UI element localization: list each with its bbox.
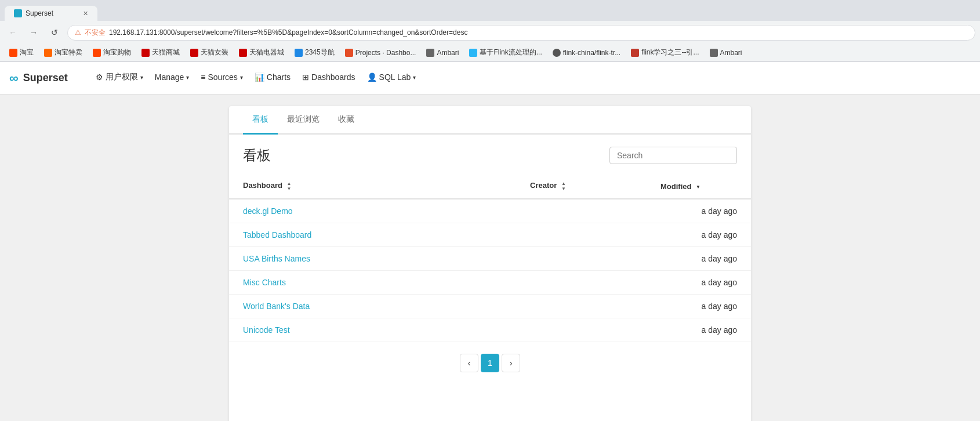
bookmark-2345[interactable]: 2345导航	[290, 46, 339, 59]
main-content: 看板 最近浏览 收藏 看板 Dashboard ▲▼	[229, 106, 751, 421]
bookmark-label: 淘宝购物	[103, 48, 131, 57]
security-label: 不安全	[85, 28, 106, 38]
bookmark-label: Ambari	[720, 49, 742, 57]
pagination-page-1-button[interactable]: 1	[481, 354, 499, 372]
bookmark-favicon	[710, 49, 718, 57]
nav-dashboards[interactable]: ⊞ Dashboards	[297, 62, 360, 95]
table-row: Misc Chartsa day ago	[229, 271, 751, 295]
sources-chevron: ▾	[240, 74, 243, 81]
forward-button[interactable]: →	[26, 24, 42, 41]
nav-sources[interactable]: ≡ Sources ▾	[196, 62, 248, 95]
bookmark-tmall-women[interactable]: 天猫女装	[186, 46, 233, 59]
dashboard-table: Dashboard ▲▼ Creator ▲▼ Modified	[229, 174, 751, 342]
bookmark-favicon	[239, 49, 247, 57]
app-logo[interactable]: ∞ Superset	[9, 71, 68, 86]
dashboard-link[interactable]: Unicode Test	[243, 325, 290, 335]
table-row: Tabbed Dashboarda day ago	[229, 223, 751, 247]
back-button[interactable]: ←	[5, 24, 21, 41]
permissions-icon: ⚙	[96, 72, 103, 82]
col-header-creator[interactable]: Creator ▲▼	[516, 174, 647, 199]
sort-icon-dashboard: ▲▼	[287, 181, 292, 191]
bookmark-label: 淘宝特卖	[55, 48, 82, 57]
browser-chrome: Superset ✕ ← → ↺ ⚠ 不安全 192.168.17.131:80…	[0, 0, 980, 62]
bookmark-favicon	[631, 49, 639, 57]
bookmark-tmall-electronics[interactable]: 天猫电器城	[234, 46, 289, 59]
app-header: ∞ Superset ⚙ 用户权限 ▾ Manage ▾ ≡ Sources ▾…	[0, 62, 980, 95]
dashboard-link[interactable]: USA Births Names	[243, 254, 310, 263]
tab-close-button[interactable]: ✕	[83, 10, 88, 17]
address-text[interactable]: 192.168.17.131:8000/superset/welcome?fil…	[109, 28, 968, 37]
page-header: 看板	[229, 135, 751, 174]
bookmark-flink2[interactable]: flink-china/flink-tr...	[548, 47, 625, 59]
bookmark-label: Projects · Dashbo...	[355, 49, 416, 57]
bookmark-favicon	[426, 49, 434, 57]
dashboards-icon: ⊞	[302, 72, 309, 82]
creator-cell	[516, 295, 647, 318]
bookmark-projects[interactable]: Projects · Dashbo...	[340, 47, 421, 59]
pagination-next-button[interactable]: ›	[502, 354, 520, 372]
col-header-modified[interactable]: Modified ▼	[647, 174, 751, 199]
creator-cell	[516, 223, 647, 247]
modified-cell: a day ago	[647, 295, 751, 318]
manage-chevron: ▾	[186, 74, 189, 81]
bookmark-ambari2[interactable]: Ambari	[705, 47, 747, 59]
modified-cell: a day ago	[647, 223, 751, 247]
content-area: 看板 最近浏览 收藏 看板 Dashboard ▲▼	[0, 95, 980, 421]
modified-cell: a day ago	[647, 318, 751, 342]
bookmark-flink3[interactable]: flink学习之三--引...	[626, 46, 703, 59]
bookmark-favicon	[141, 49, 150, 57]
creator-cell	[516, 318, 647, 342]
logo-icon: ∞	[9, 71, 19, 86]
pagination-prev-button[interactable]: ‹	[460, 354, 478, 372]
main-nav: ⚙ 用户权限 ▾ Manage ▾ ≡ Sources ▾ 📊 Charts ⊞…	[91, 62, 421, 95]
table-header-row: Dashboard ▲▼ Creator ▲▼ Modified	[229, 174, 751, 199]
bookmark-taobao-special[interactable]: 淘宝特卖	[39, 46, 87, 59]
bookmark-taobao-shop[interactable]: 淘宝购物	[88, 46, 136, 59]
bookmarks-bar: 淘宝 淘宝特卖 淘宝购物 天猫商城 天猫女装 天猫电器城 2345导航 Pro	[0, 44, 980, 61]
bookmark-favicon	[295, 49, 303, 57]
dashboard-link[interactable]: deck.gl Demo	[243, 206, 293, 216]
address-bar[interactable]: ⚠ 不安全 192.168.17.131:8000/superset/welco…	[67, 25, 975, 41]
sqllab-chevron: ▾	[413, 74, 416, 81]
bookmark-tmall[interactable]: 天猫商城	[137, 46, 184, 59]
active-browser-tab[interactable]: Superset ✕	[5, 6, 97, 21]
bookmark-label: 天猫商城	[152, 48, 180, 57]
sort-icon-modified: ▼	[696, 184, 700, 190]
table-row: deck.gl Demoa day ago	[229, 199, 751, 223]
bookmark-favicon	[9, 49, 17, 57]
bookmark-favicon	[469, 49, 477, 57]
sort-icon-creator: ▲▼	[561, 181, 566, 191]
dashboard-link[interactable]: Misc Charts	[243, 278, 286, 287]
page-tabs: 看板 最近浏览 收藏	[229, 106, 751, 135]
bookmark-favicon	[553, 49, 561, 57]
col-header-dashboard[interactable]: Dashboard ▲▼	[229, 174, 516, 199]
tab-recent[interactable]: 最近浏览	[278, 106, 329, 135]
nav-permissions[interactable]: ⚙ 用户权限 ▾	[91, 62, 148, 95]
nav-charts[interactable]: 📊 Charts	[250, 62, 295, 95]
bookmark-label: 淘宝	[20, 48, 34, 57]
reload-button[interactable]: ↺	[46, 24, 63, 41]
bookmark-ambari1[interactable]: Ambari	[422, 47, 463, 59]
dashboard-link[interactable]: World Bank's Data	[243, 302, 310, 311]
browser-tabs: Superset ✕	[0, 0, 980, 21]
tab-favorites[interactable]: 收藏	[329, 106, 364, 135]
bookmark-favicon	[345, 49, 353, 57]
bookmark-label: flink-china/flink-tr...	[563, 49, 620, 57]
bookmark-label: Ambari	[437, 49, 459, 57]
charts-icon: 📊	[255, 72, 264, 82]
dashboard-link[interactable]: Tabbed Dashboard	[243, 230, 311, 239]
tab-kanban[interactable]: 看板	[243, 106, 278, 135]
security-icon: ⚠	[75, 28, 81, 37]
tab-title: Superset	[26, 9, 53, 17]
bookmark-favicon	[44, 49, 52, 57]
bookmark-taobao[interactable]: 淘宝	[5, 46, 38, 59]
permissions-chevron: ▾	[140, 74, 143, 81]
modified-cell: a day ago	[647, 271, 751, 295]
pagination: ‹ 1 ›	[229, 342, 751, 384]
bookmark-flink1[interactable]: 基于Flink流处理的...	[464, 46, 546, 59]
nav-manage[interactable]: Manage ▾	[150, 62, 194, 95]
bookmark-label: 基于Flink流处理的...	[480, 48, 542, 57]
search-input[interactable]	[609, 147, 737, 164]
bookmark-favicon	[190, 49, 198, 57]
nav-sqllab[interactable]: 👤 SQL Lab ▾	[362, 62, 421, 95]
